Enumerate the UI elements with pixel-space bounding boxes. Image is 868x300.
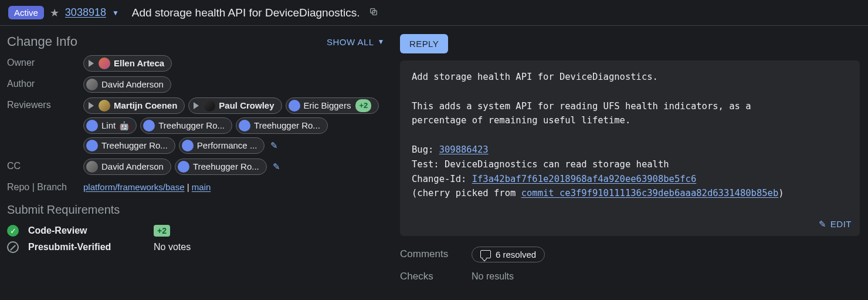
attention-icon — [89, 102, 94, 109]
reviewer-chip[interactable]: Treehugger Ro... — [83, 137, 175, 154]
cc-name: David Anderson — [101, 160, 164, 173]
reviewer-name: Martijn Coenen — [114, 99, 177, 112]
attention-icon — [194, 102, 199, 109]
star-icon[interactable]: ★ — [50, 6, 59, 19]
block-circle-icon — [7, 241, 19, 253]
bug-label: Bug: — [412, 144, 439, 155]
reviewer-chip[interactable]: Lint 🤖 — [83, 117, 137, 134]
cc-label: CC — [7, 159, 83, 171]
reviewers-label: Reviewers — [7, 97, 83, 110]
desc-body: This adds a system API for reading UFS h… — [412, 101, 751, 126]
status-badge: Active — [8, 6, 44, 19]
check-circle-icon: ✓ — [7, 225, 19, 237]
vote-badge: +2 — [355, 99, 371, 112]
branch-link[interactable]: main — [192, 182, 211, 192]
comments-resolved-text: 6 resolved — [496, 250, 536, 259]
submit-requirements-heading: Submit Requirements — [7, 203, 386, 217]
reviewer-name: Eric Biggers — [304, 99, 351, 112]
owner-name: Ellen Arteca — [114, 57, 164, 70]
requirement-value: No votes — [154, 242, 384, 252]
change-title: Add storage health API for DeviceDiagnos… — [132, 6, 360, 19]
avatar — [239, 120, 250, 132]
author-label: Author — [7, 76, 83, 89]
reviewer-name: Treehugger Ro... — [101, 139, 168, 152]
edit-description-button[interactable]: ✎ EDIT — [819, 217, 852, 231]
cherry-suffix: ) — [778, 188, 784, 198]
avatar — [143, 120, 155, 132]
edit-cc-icon[interactable]: ✎ — [273, 161, 280, 172]
requirement-value: +2 — [154, 225, 170, 237]
bug-link[interactable]: 309886423 — [439, 144, 489, 155]
changeid-link[interactable]: If3a42baf7f61e2018968af4a920ee63908be5fc… — [472, 174, 697, 184]
reviewer-name: Lint — [101, 119, 116, 132]
reply-button[interactable]: REPLY — [400, 34, 448, 53]
avatar — [99, 100, 110, 112]
description-panel: REPLY Add storage health API for DeviceD… — [400, 34, 860, 282]
cc-chip[interactable]: Treehugger Ro... — [175, 159, 267, 175]
checks-label: Checks — [400, 271, 464, 282]
avatar — [86, 120, 98, 132]
avatar — [86, 161, 98, 173]
avatar — [182, 140, 194, 151]
checks-value: No results — [472, 271, 860, 282]
owner-chip[interactable]: Ellen Arteca — [83, 55, 172, 72]
avatar — [204, 100, 215, 112]
reviewer-chip[interactable]: Paul Crowley — [188, 97, 282, 114]
repo-branch-separator: | — [185, 182, 192, 192]
repo-link[interactable]: platform/frameworks/base — [83, 182, 185, 192]
reviewer-chip[interactable]: Eric Biggers +2 — [286, 97, 379, 114]
change-number-link[interactable]: 3038918 — [65, 6, 106, 19]
commit-message-box: Add storage health API for DeviceDiagnos… — [400, 60, 860, 236]
reviewer-name: Treehugger Ro... — [158, 119, 225, 132]
repo-branch-label: Repo | Branch — [7, 180, 83, 193]
cc-chip[interactable]: David Anderson — [83, 159, 171, 175]
requirement-name: Presubmit-Verified — [28, 242, 151, 252]
avatar — [178, 161, 189, 173]
requirement-row: ✓ Code-Review +2 — [5, 223, 386, 239]
avatar — [289, 100, 300, 112]
author-name: David Anderson — [101, 78, 164, 91]
chevron-down-icon[interactable]: ▼ — [112, 9, 119, 17]
attention-icon — [89, 60, 94, 67]
edit-label: EDIT — [830, 217, 852, 231]
desc-title-line: Add storage health API for DeviceDiagnos… — [412, 72, 658, 82]
comments-resolved-chip[interactable]: 6 resolved — [472, 247, 545, 262]
reviewer-name: Performance ... — [197, 139, 257, 152]
pencil-icon: ✎ — [819, 217, 827, 231]
cherry-prefix: (cherry picked from — [412, 188, 521, 198]
comment-icon — [480, 250, 491, 258]
requirement-name: Code-Review — [28, 225, 151, 236]
changeid-label: Change-Id: — [412, 174, 472, 184]
change-info-panel: Change Info SHOW ALL ▼ Owner Ellen Artec… — [5, 34, 386, 282]
show-all-button[interactable]: SHOW ALL ▼ — [327, 37, 386, 47]
change-header: Active ★ 3038918 ▼ Add storage health AP… — [0, 0, 868, 26]
reviewer-name: Paul Crowley — [219, 99, 274, 112]
test-line: Test: DeviceDiagnostics can read storage… — [412, 159, 669, 170]
comments-label: Comments — [400, 248, 464, 260]
cc-name: Treehugger Ro... — [193, 160, 259, 173]
author-chip[interactable]: David Anderson — [83, 76, 171, 93]
reviewer-chip[interactable]: Treehugger Ro... — [236, 117, 328, 134]
owner-label: Owner — [7, 55, 83, 68]
reviewer-chip[interactable]: Martijn Coenen — [83, 97, 185, 114]
change-info-heading: Change Info — [7, 34, 77, 49]
reviewer-chip[interactable]: Treehugger Ro... — [140, 117, 232, 134]
robot-icon: 🤖 — [119, 119, 129, 132]
show-all-label: SHOW ALL — [327, 37, 374, 47]
requirement-row: Presubmit-Verified No votes — [5, 239, 386, 255]
reviewer-chip[interactable]: Performance ... — [179, 137, 265, 154]
cherry-pick-link[interactable]: commit ce3f9f910111136c39deb6aaa82d63314… — [521, 188, 779, 198]
avatar — [86, 79, 98, 90]
copy-icon[interactable] — [369, 7, 378, 19]
chevron-down-icon: ▼ — [378, 38, 385, 46]
reviewer-name: Treehugger Ro... — [254, 119, 320, 132]
edit-reviewers-icon[interactable]: ✎ — [270, 140, 278, 151]
avatar — [99, 58, 110, 69]
avatar — [86, 140, 98, 151]
